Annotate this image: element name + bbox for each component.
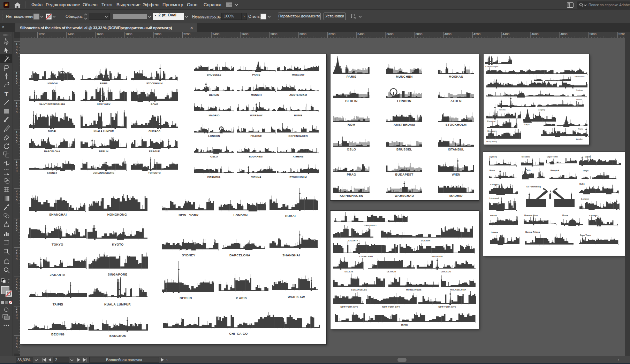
svg-text:1200: 1200 [38, 32, 45, 36]
svg-text:5200: 5200 [618, 32, 625, 36]
svg-text:3400: 3400 [357, 32, 364, 36]
svg-text:2800: 2800 [271, 32, 278, 36]
svg-text:0: 0 [16, 52, 17, 55]
svg-text:3000: 3000 [299, 32, 306, 36]
svg-text:0: 0 [16, 199, 17, 202]
svg-text:Ai: Ai [5, 3, 8, 7]
svg-text:0: 0 [16, 257, 17, 261]
svg-text:0: 0 [16, 228, 17, 231]
svg-text:3200: 3200 [328, 32, 335, 36]
svg-text:2400: 2400 [212, 32, 219, 36]
svg-text:2600: 2600 [241, 32, 248, 36]
svg-text:3600: 3600 [386, 32, 393, 36]
svg-text:5000: 5000 [590, 32, 597, 36]
svg-text:4400: 4400 [502, 32, 509, 36]
svg-text:4000: 4000 [445, 32, 451, 36]
svg-text:0: 0 [16, 316, 17, 320]
svg-text:0: 0 [16, 169, 17, 173]
svg-text:2000: 2000 [154, 32, 161, 36]
svg-text:1800: 1800 [126, 32, 132, 36]
svg-text:4200: 4200 [473, 32, 480, 36]
svg-text:T: T [5, 91, 9, 98]
svg-text:4800: 4800 [561, 32, 568, 36]
svg-text:1600: 1600 [96, 32, 103, 36]
svg-text:0: 0 [16, 140, 17, 143]
svg-text:4600: 4600 [531, 32, 538, 36]
svg-text:0: 0 [16, 346, 17, 349]
svg-text:0: 0 [16, 287, 17, 290]
svg-text:1400: 1400 [67, 32, 74, 36]
svg-text:0: 0 [16, 110, 17, 114]
svg-text:2200: 2200 [183, 32, 190, 36]
svg-text:0: 0 [16, 81, 17, 84]
svg-text:3800: 3800 [416, 32, 423, 36]
